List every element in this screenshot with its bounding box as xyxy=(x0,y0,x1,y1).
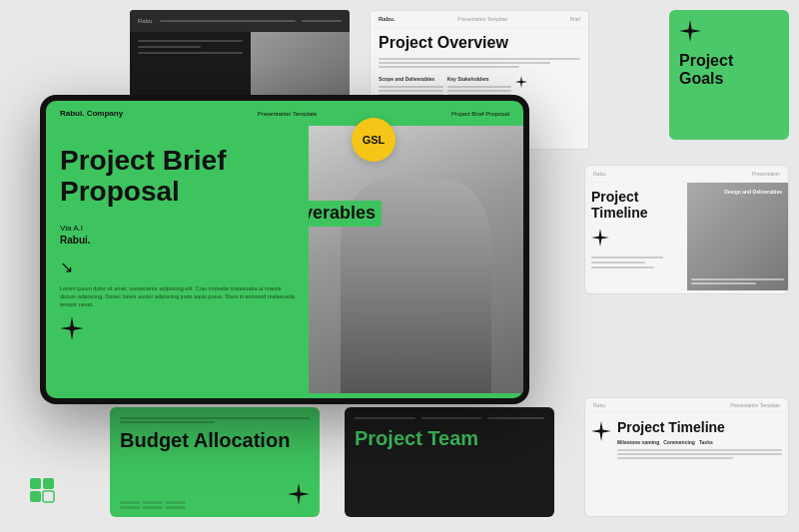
timeline-br-title: Project Timeline xyxy=(617,419,782,435)
line2 xyxy=(138,46,201,48)
tablet-center-meta: Presentation Template xyxy=(258,111,318,117)
cell2 xyxy=(143,501,163,504)
timeline-br-star-icon xyxy=(591,421,611,441)
timeline-br-text-col: Project Timeline Milestone naming Commen… xyxy=(617,419,782,507)
budget-title: Budget Allocation xyxy=(120,429,310,452)
grid-col2-label: Key Stakeholders xyxy=(447,76,512,82)
overview-meta: Presentation Template xyxy=(457,16,507,22)
timeline-row1: Milestone naming Commencing Tasks xyxy=(617,439,782,445)
timeline-right-topbar: Rabu. Presentation xyxy=(585,166,788,183)
photo-overlay-lines xyxy=(691,278,785,284)
col2-line2 xyxy=(447,90,512,92)
svg-rect-3 xyxy=(43,491,54,502)
timeline-br-brand: Rabu. xyxy=(593,402,606,408)
cell1 xyxy=(120,501,140,504)
line3 xyxy=(138,52,243,54)
tablet-brand: Rabui. Company xyxy=(60,109,123,118)
tablet-brand-name: Rabui. Company xyxy=(60,109,123,118)
cell4 xyxy=(120,506,140,509)
timeline-right-star-icon xyxy=(591,229,609,247)
timeline-right-photo: Design and Deliverables xyxy=(687,183,789,290)
grid-col3 xyxy=(515,76,580,96)
timeline-br-star-col xyxy=(591,419,611,507)
br-line1 xyxy=(617,449,782,451)
body-line2 xyxy=(379,62,550,64)
photo-line2 xyxy=(691,282,756,284)
tr-line1 xyxy=(591,257,663,259)
timeline-col-label2: Commencing xyxy=(663,439,695,445)
budget-line1 xyxy=(120,417,310,419)
timeline-right-lines xyxy=(591,257,681,268)
timeline-right-star xyxy=(591,229,609,251)
table-row1 xyxy=(120,501,186,504)
tablet-body-text: Lorem ipsum dolor sit amet, consectetur … xyxy=(60,284,295,309)
gsl-badge[interactable]: GSL xyxy=(352,118,396,162)
slide-project-goals[interactable]: Project Goals xyxy=(669,10,789,140)
cell3 xyxy=(166,501,186,504)
team-line2 xyxy=(421,417,482,419)
overview-body xyxy=(371,54,588,72)
slide-budget-allocation[interactable]: Budget Allocation xyxy=(110,407,320,517)
topbar-line2 xyxy=(302,20,342,22)
slide-timeline-br[interactable]: Rabu. Presentation Template Project Time… xyxy=(584,397,789,517)
grid-col1-label: Scope and Deliverables xyxy=(379,76,443,82)
overview-right: Brief xyxy=(570,16,580,22)
tablet-right-meta: Project Brief Proposal xyxy=(451,111,509,117)
tablet-photo xyxy=(309,126,523,393)
timeline-col-label3: Tasks xyxy=(699,439,713,445)
tablet-star-icon xyxy=(60,316,84,340)
slide-brand-label: Rabu. xyxy=(138,18,154,24)
timeline-col-label1: Milestone naming xyxy=(617,439,659,445)
tablet-screen: Rabui. Company Presentation Template Pro… xyxy=(46,101,523,398)
overview-topbar: Rabu. Presentation Template Brief xyxy=(371,11,588,28)
timeline-right-title: Project Timeline xyxy=(591,189,681,221)
budget-top-lines xyxy=(120,417,310,423)
tablet-rabui-brand: Rabui. xyxy=(60,235,295,246)
slide-project-team[interactable]: Project Team xyxy=(345,407,554,517)
tablet-main-title: Project Brief Proposal xyxy=(60,146,295,208)
app-logo-icon xyxy=(28,476,56,504)
timeline-br-meta: Presentation Template xyxy=(730,402,780,408)
topbar-line xyxy=(160,20,296,22)
budget-line2 xyxy=(120,421,215,423)
table-row2 xyxy=(120,506,186,509)
tablet-star-bottom xyxy=(60,316,295,344)
br-line3 xyxy=(617,457,733,459)
timeline-right-left: Project Timeline xyxy=(585,183,687,290)
tr-line2 xyxy=(591,262,645,264)
br-line2 xyxy=(617,453,782,455)
goals-star-icon xyxy=(679,20,701,42)
tablet-topbar: Rabui. Company Presentation Template Pro… xyxy=(46,101,523,126)
background: Rabu. Rabu. Presentation Te xyxy=(0,0,799,532)
tablet-left-panel: Project Brief Proposal Via A.I Rabui. ↘ … xyxy=(46,126,309,393)
team-title: Project Team xyxy=(355,427,544,450)
grid-col1: Scope and Deliverables xyxy=(379,76,443,96)
app-icon[interactable] xyxy=(20,468,64,512)
star-icon-small xyxy=(515,76,527,88)
photo-label: Design and Deliverables xyxy=(724,189,782,195)
tr-line3 xyxy=(591,266,654,268)
overview-title: Project Overview xyxy=(371,28,588,54)
team-line1 xyxy=(355,417,415,419)
timeline-right-content: Project Timeline Design a xyxy=(585,183,788,290)
team-line3 xyxy=(487,417,544,419)
body-line1 xyxy=(379,58,580,60)
timeline-br-content: Project Timeline Milestone naming Commen… xyxy=(585,413,788,513)
slide-topbar: Rabu. xyxy=(130,10,350,32)
main-tablet[interactable]: Rabui. Company Presentation Template Pro… xyxy=(40,95,529,404)
tablet-main-content: Project Brief Proposal Via A.I Rabui. ↘ … xyxy=(46,126,523,393)
svg-rect-2 xyxy=(30,491,41,502)
budget-star-icon xyxy=(288,483,310,505)
col1-line2 xyxy=(379,90,443,92)
budget-table xyxy=(120,501,186,509)
overview-brand: Rabu. xyxy=(379,16,396,22)
svg-rect-1 xyxy=(43,478,54,489)
cell6 xyxy=(166,506,186,509)
slide-timeline-right[interactable]: Rabu. Presentation Project Timeline xyxy=(584,165,789,294)
svg-rect-0 xyxy=(30,478,41,489)
line1 xyxy=(138,40,243,42)
col1-line1 xyxy=(379,86,443,88)
body-line3 xyxy=(379,66,519,68)
timeline-right-brand: Rabu. xyxy=(593,171,606,177)
grid-col2: Key Stakeholders xyxy=(447,76,512,96)
